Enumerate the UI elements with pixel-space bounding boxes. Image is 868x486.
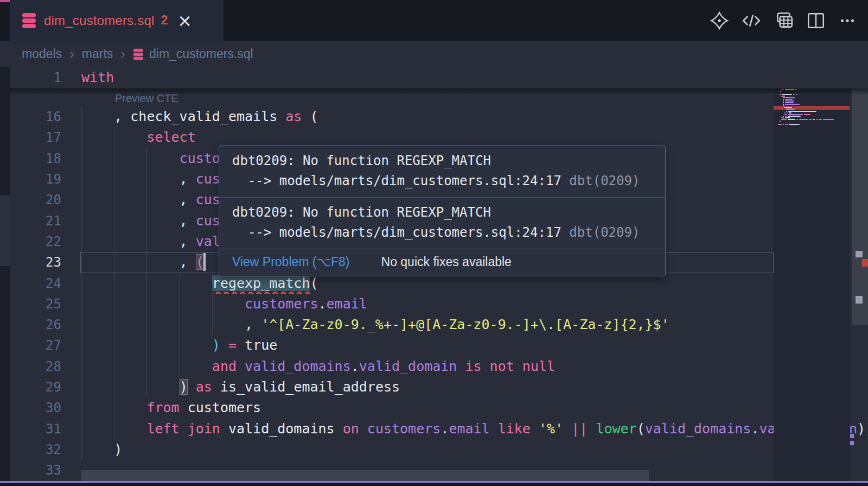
indent-guide bbox=[81, 106, 82, 127]
breadcrumb-item-models[interactable]: models bbox=[22, 47, 62, 61]
breadcrumb-item-file[interactable]: dim_customers.sql bbox=[149, 47, 253, 61]
code-line-content: ) as is_valid_email_address bbox=[79, 377, 868, 397]
vertical-scrollbar[interactable] bbox=[852, 47, 868, 481]
line-number[interactable]: 23 bbox=[10, 252, 79, 273]
indent-guide bbox=[114, 419, 114, 439]
line-number[interactable]: 21 bbox=[10, 211, 79, 231]
indent-guide bbox=[114, 294, 114, 314]
indent-guide bbox=[146, 356, 147, 377]
indent-guide bbox=[81, 377, 82, 397]
tab-dim-customers[interactable]: dim_customers.sql 2 × bbox=[10, 0, 224, 41]
line-number[interactable]: 26 bbox=[10, 314, 79, 335]
database-icon bbox=[22, 12, 36, 29]
indent-guide bbox=[114, 273, 114, 294]
database-icon bbox=[133, 48, 144, 60]
line-number[interactable]: 27 bbox=[10, 335, 79, 356]
sticky-scroll-line[interactable]: 1 with bbox=[10, 67, 868, 89]
diagnostic-text: dbt0209: No function REGEXP_MATCH bbox=[232, 203, 652, 223]
sticky-line-text: with bbox=[81, 70, 114, 85]
split-editor-icon[interactable] bbox=[806, 11, 826, 30]
overview-cursor-mark bbox=[856, 296, 863, 304]
indent-guide bbox=[81, 211, 82, 231]
code-line-17[interactable]: 17 select bbox=[10, 127, 868, 148]
line-number[interactable]: 24 bbox=[10, 273, 79, 294]
code-line-content: from customers bbox=[79, 397, 868, 418]
line-number[interactable]: 20 bbox=[10, 190, 79, 210]
line-number[interactable]: 16 bbox=[10, 106, 79, 127]
diagnostics-hover-popup: dbt0209: No function REGEXP_MATCH --> mo… bbox=[219, 146, 666, 276]
window-bottom-edge bbox=[0, 483, 868, 486]
code-icon[interactable] bbox=[741, 11, 762, 30]
indent-guide bbox=[81, 294, 82, 314]
code-line-content: ) bbox=[79, 439, 868, 460]
indent-guide bbox=[146, 148, 147, 169]
indent-guide bbox=[146, 190, 147, 210]
close-icon[interactable]: × bbox=[177, 12, 192, 29]
code-line-content: , '^[A-Za-z0-9._%+-]+@[A-Za-z0-9.-]+\.[A… bbox=[79, 314, 868, 335]
code-line-27[interactable]: 27 ) = true bbox=[10, 335, 868, 356]
indent-guide bbox=[180, 335, 180, 356]
indent-guide bbox=[114, 356, 114, 377]
indent-guide bbox=[114, 231, 114, 252]
code-line-content: and valid_domains.valid_domain is not nu… bbox=[79, 356, 868, 377]
code-line-content: ) = true bbox=[79, 335, 868, 356]
sticky-scroll-shadow bbox=[10, 89, 868, 95]
indent-guide bbox=[146, 273, 147, 294]
line-number[interactable]: 31 bbox=[10, 419, 79, 439]
line-number[interactable]: 28 bbox=[10, 356, 79, 377]
indent-guide bbox=[146, 314, 147, 335]
diagnostic-text: dbt0209: No function REGEXP_MATCH bbox=[232, 151, 652, 171]
horizontal-scrollbar[interactable] bbox=[10, 470, 868, 481]
code-line-16[interactable]: 16 , check_valid_emails as ( bbox=[10, 106, 868, 127]
indent-guide bbox=[81, 252, 82, 273]
breadcrumb-item-marts[interactable]: marts bbox=[82, 47, 113, 61]
dbt-logo-icon[interactable] bbox=[710, 11, 729, 30]
indent-guide bbox=[81, 419, 82, 439]
code-line-25[interactable]: 25 customers.email bbox=[10, 294, 868, 314]
overview-bracket-mark bbox=[850, 441, 854, 445]
indent-guide bbox=[114, 127, 114, 148]
view-problem-link[interactable]: View Problem (⌥F8) bbox=[232, 255, 350, 269]
code-line-26[interactable]: 26 , '^[A-Za-z0-9._%+-]+@[A-Za-z0-9.-]+\… bbox=[10, 314, 868, 335]
code-line-28[interactable]: 28 and valid_domains.valid_domain is not… bbox=[10, 356, 868, 377]
indent-guide bbox=[81, 397, 82, 418]
code-line-content: , check_valid_emails as ( bbox=[79, 106, 868, 127]
indent-guide bbox=[114, 148, 114, 169]
indent-guide bbox=[146, 377, 147, 397]
left-rail-handle[interactable] bbox=[0, 195, 10, 266]
indent-guide bbox=[114, 397, 114, 418]
code-line-32[interactable]: 32 ) bbox=[10, 439, 868, 460]
indent-guide bbox=[114, 252, 114, 273]
code-line-31[interactable]: 31 left join valid_domains on customers.… bbox=[10, 419, 868, 439]
indent-guide bbox=[180, 273, 180, 294]
line-number[interactable]: 25 bbox=[10, 294, 79, 314]
tab-filename: dim_customers.sql bbox=[44, 13, 154, 28]
code-line-30[interactable]: 30 from customers bbox=[10, 397, 868, 418]
line-number[interactable]: 17 bbox=[10, 127, 79, 148]
indent-guide bbox=[114, 169, 114, 190]
indent-guide bbox=[81, 127, 82, 148]
query-results-icon[interactable] bbox=[774, 11, 794, 30]
minimap[interactable] bbox=[774, 67, 850, 481]
overview-error-mark bbox=[862, 259, 868, 267]
diagnostic-source: dbt(0209) bbox=[569, 173, 640, 188]
indent-guide bbox=[180, 294, 180, 314]
diagnostic-location: --> models/marts/dim_customers.sql:24:17… bbox=[232, 223, 652, 243]
code-line-29[interactable]: 29 ) as is_valid_email_address bbox=[10, 377, 868, 397]
line-number[interactable]: 18 bbox=[10, 148, 79, 169]
line-number[interactable]: 19 bbox=[10, 169, 79, 190]
more-actions-icon[interactable] bbox=[838, 11, 857, 30]
editor-window: dim_customers.sql 2 × bbox=[0, 0, 868, 486]
line-number[interactable]: 30 bbox=[10, 397, 79, 418]
indent-guide bbox=[146, 211, 147, 231]
horizontal-scrollbar-slider[interactable] bbox=[81, 470, 649, 481]
line-number[interactable]: 32 bbox=[10, 439, 79, 460]
indent-guide bbox=[180, 356, 180, 377]
line-number[interactable]: 29 bbox=[10, 377, 79, 397]
indent-guide bbox=[81, 273, 82, 294]
line-number[interactable]: 22 bbox=[10, 231, 79, 252]
overview-cursor-mark bbox=[856, 251, 863, 257]
indent-guide bbox=[146, 231, 147, 252]
tab-bar: dim_customers.sql 2 × bbox=[0, 0, 868, 41]
editor-actions bbox=[710, 0, 857, 41]
